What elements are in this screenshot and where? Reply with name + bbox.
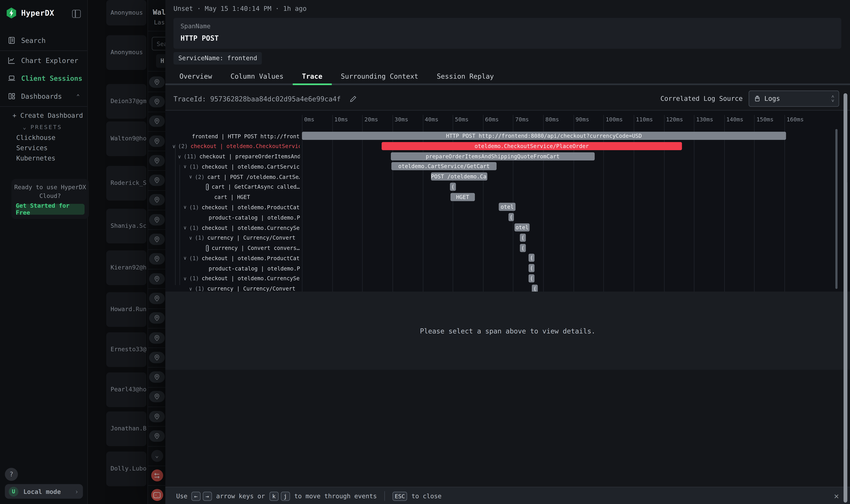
session-event-row[interactable] [148,131,166,151]
trace-detail-modal: Unset · May 15 1:40:14 PM · 1h ago SpanN… [165,0,850,504]
span-bar[interactable]: oteldemo.CheckoutService/PlaceOrder [382,142,682,150]
span-bar[interactable]: otel [499,203,516,211]
highlighted-filter-button[interactable]: H [156,54,166,68]
close-icon[interactable]: ✕ [832,491,841,501]
trace-tree-row[interactable]: product-catalog | oteldemo.Prod… [209,213,300,222]
session-event-row[interactable] [148,347,166,368]
help-button[interactable]: ? [5,468,18,481]
session-event-row[interactable] [148,249,166,269]
session-event-row[interactable] [148,308,166,328]
span-bar[interactable]: ( [532,285,538,292]
span-bar[interactable]: ( [520,234,526,242]
trace-tree-row[interactable]: ∨(1)checkout | oteldemo.CurrencySe… [183,223,300,232]
trace-tree-row[interactable]: ∨(1)currency | Currency/Convert [189,285,295,292]
trace-tree-row[interactable]: currency | Convert convers… [206,244,300,252]
trace-tree-row[interactable]: ∨(2)cart | POST /oteldemo.CartSe… [189,173,300,181]
tab-session-replay[interactable]: Session Replay [428,69,503,85]
session-card[interactable]: Deion37@gm [106,84,146,119]
session-card[interactable]: Walton9@ho [106,121,146,156]
trace-tree-row[interactable]: cart | HGET [214,193,250,202]
session-event-row[interactable] [148,289,166,309]
session-card[interactable]: Howard.Run [106,292,146,327]
service-name-chip[interactable]: ServiceName: frontend [174,52,262,64]
sidebar-item-client-sessions[interactable]: Client Sessions [0,71,87,85]
span-bar[interactable]: prepareOrderItemsAndShippingQuoteFromCar… [391,152,594,160]
session-event-row[interactable] [148,170,166,191]
session-event-row[interactable] [148,151,166,171]
chevron-up-icon: ⌃ [76,93,80,99]
modal-scrollbar[interactable] [844,93,847,503]
tab-column-values[interactable]: Column Values [221,69,293,85]
session-card[interactable]: Dolly.Lubo [106,451,146,486]
session-event-row[interactable] [148,387,166,407]
edit-icon[interactable] [349,95,357,102]
session-card[interactable]: Roderick_S [106,166,146,201]
session-event-row[interactable] [148,407,166,427]
span-bar[interactable]: ( [529,254,535,262]
session-user: Anonymous [111,9,143,16]
span-bar[interactable]: ( [529,274,535,283]
session-event-row[interactable] [148,367,166,388]
trace-tree-row[interactable]: frontend | HTTP POST http://frontend:… [192,132,300,140]
span-bar[interactable]: ( [508,213,514,221]
session-event-row[interactable] [148,328,166,348]
span-bar[interactable]: HTTP POST http://frontend:8080/api/check… [302,132,786,140]
sidebar-collapse-icon[interactable] [72,10,81,18]
trace-tree-row[interactable]: ∨(1)currency | Currency/Convert [189,234,295,242]
session-event-row[interactable] [148,72,166,92]
session-event-row[interactable] [148,426,166,447]
sidebar-item-search[interactable]: Search [0,33,87,47]
span-bar[interactable]: otel [514,223,529,232]
span-bar[interactable]: oteldemo.CartService/GetCart [392,162,496,170]
session-event-row[interactable] [148,210,166,230]
session-card[interactable]: Shaniya.Sc [106,209,146,244]
location-pin-icon [149,352,165,363]
session-event-row[interactable] [148,92,166,112]
brand[interactable]: HyperDX [5,7,54,19]
span-bar[interactable]: POST /oteldemo.Cart [431,173,487,181]
session-event-row[interactable] [148,190,166,210]
trace-tree-row[interactable]: product-catalog | oteldemo.Prod… [209,264,300,273]
axis-tick-label: 100ms [606,116,623,122]
axis-tick-label: 80ms [545,116,559,122]
trace-tree-row[interactable]: ∨(2)checkout | oteldemo.CheckoutServic… [172,142,300,151]
trace-tree-row[interactable]: ∨(1)checkout | oteldemo.ProductCat… [183,254,300,263]
presets-header[interactable]: ⌄PRESETS [23,124,62,130]
get-started-button[interactable]: Get Started for Free [16,204,85,215]
tab-surrounding-context[interactable]: Surrounding Context [331,69,428,85]
trace-tree-row[interactable]: cart | GetCartAsync called… [206,183,300,191]
trace-tree-row[interactable]: ∨(1)checkout | oteldemo.CartServic… [183,162,300,171]
waterfall-scrollbar[interactable] [835,129,837,289]
session-event-row[interactable] [148,111,166,132]
session-card[interactable]: Jonathan.B [106,411,146,446]
session-event-row[interactable]: ⌄ [148,446,166,466]
span-bar[interactable]: ( [450,183,456,191]
session-event-row[interactable]: ›_ [148,485,166,504]
session-card[interactable]: Anonymous [106,0,146,25]
span-bar[interactable]: HGET [451,193,475,201]
trace-tree-row[interactable]: ∨(11)checkout | prepareOrderItemsAnd… [178,152,300,161]
session-event-row[interactable] [148,269,166,289]
span-bar[interactable]: ( [520,244,526,252]
preset-clickhouse[interactable]: Clickhouse [16,134,55,142]
tab-overview[interactable]: Overview [170,69,221,85]
search-input[interactable]: Sea [152,37,166,50]
session-card[interactable]: Ernesto33@ [106,332,146,367]
span-bar[interactable]: ( [529,264,535,272]
session-event-row[interactable] [148,230,166,250]
local-mode-button[interactable]: U Local mode › [5,484,83,499]
tab-trace[interactable]: Trace [293,69,332,85]
trace-tree-label: currency | Convert convers… [212,245,300,251]
preset-services[interactable]: Services [16,144,48,152]
session-card[interactable]: Anonymous [106,35,146,70]
session-card[interactable]: Kieran92@h [106,250,146,285]
preset-kubernetes[interactable]: Kubernetes [16,155,55,162]
session-card[interactable]: Pearl43@ho [106,372,146,407]
session-event-row[interactable] [148,466,166,486]
trace-tree-row[interactable]: ∨(1)checkout | oteldemo.CurrencySe… [183,274,300,283]
trace-tree-row[interactable]: ∨(1)checkout | oteldemo.ProductCat… [183,203,300,212]
log-source-select[interactable]: Logs ˄˅ [749,91,839,107]
sidebar-item-chart-explorer[interactable]: Chart Explorer [0,53,87,67]
sidebar-item-dashboards[interactable]: Dashboards⌃ [0,89,87,103]
create-dashboard-button[interactable]: + Create Dashboard [12,112,83,119]
